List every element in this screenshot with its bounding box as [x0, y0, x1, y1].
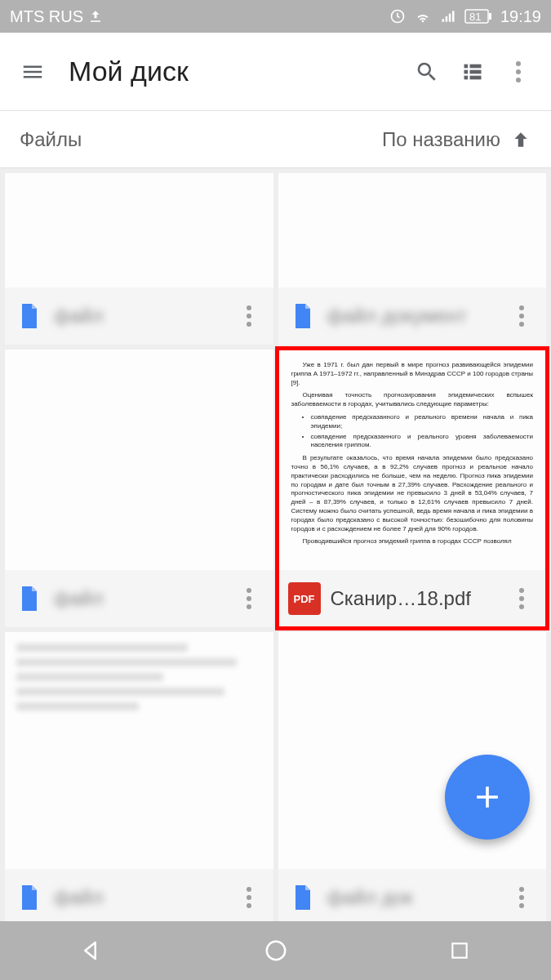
signal-icon	[440, 8, 456, 24]
file-card-pdf[interactable]: Уже в 1971 г. был дан первый в мире прог…	[278, 350, 547, 627]
svg-rect-10	[470, 69, 482, 74]
status-bar: MTS RUS 81 19:19	[0, 0, 551, 33]
sort-mode-label: По названию	[382, 128, 500, 151]
overflow-button[interactable]	[495, 49, 541, 95]
file-more-button[interactable]	[507, 584, 536, 613]
svg-rect-12	[470, 75, 482, 79]
svg-point-13	[266, 942, 285, 960]
file-name: файл	[54, 587, 234, 610]
section-label: Файлы	[20, 128, 382, 151]
app-bar: Мой диск	[0, 33, 551, 111]
file-name: Сканир…18.pdf	[331, 587, 508, 610]
svg-rect-3	[449, 14, 451, 22]
svg-rect-14	[452, 943, 466, 957]
pdf-preview-text: Уже в 1971 г. был дан первый в мире прог…	[278, 350, 547, 562]
clock-label: 19:19	[500, 7, 541, 26]
file-more-button[interactable]	[507, 883, 536, 912]
file-name: файл	[54, 305, 234, 327]
pdf-icon: PDF	[288, 582, 321, 615]
svg-rect-9	[464, 69, 469, 74]
menu-button[interactable]	[10, 49, 56, 95]
file-more-button[interactable]	[507, 301, 536, 331]
svg-rect-7	[464, 64, 469, 68]
sort-button[interactable]: По названию	[382, 128, 531, 151]
nav-bar	[0, 921, 551, 980]
sync-icon	[389, 8, 406, 24]
battery-icon: 81	[464, 9, 492, 24]
file-card[interactable]: файл документ	[278, 173, 547, 345]
carrier-label: MTS RUS	[10, 7, 83, 26]
svg-rect-2	[446, 16, 448, 22]
svg-rect-1	[442, 19, 444, 21]
svg-rect-4	[452, 11, 455, 21]
search-button[interactable]	[404, 49, 450, 95]
document-icon	[15, 581, 44, 617]
arrow-up-icon	[510, 129, 531, 150]
file-card[interactable]: файл	[5, 350, 273, 627]
plus-icon	[469, 779, 505, 815]
document-icon	[15, 880, 44, 915]
fab-add-button[interactable]	[445, 755, 530, 840]
file-more-button[interactable]	[234, 584, 264, 613]
svg-rect-11	[464, 75, 469, 79]
file-name: файл документ	[327, 305, 508, 327]
svg-rect-8	[470, 64, 482, 68]
document-icon	[288, 880, 318, 915]
file-card[interactable]: файл	[5, 173, 273, 345]
sort-bar: Файлы По названию	[0, 111, 551, 168]
file-name: файл док	[327, 886, 508, 909]
page-title: Мой диск	[69, 56, 404, 87]
nav-home-button[interactable]	[235, 926, 317, 975]
file-more-button[interactable]	[234, 301, 264, 331]
file-more-button[interactable]	[234, 883, 264, 912]
svg-rect-6	[489, 13, 491, 20]
document-icon	[15, 298, 44, 334]
upload-icon	[88, 9, 103, 24]
file-card[interactable]: файл	[5, 632, 273, 921]
wifi-icon	[414, 7, 432, 25]
file-name: файл	[54, 886, 234, 909]
view-toggle-button[interactable]	[450, 49, 495, 95]
nav-back-button[interactable]	[51, 926, 133, 975]
document-icon	[288, 298, 318, 334]
nav-recent-button[interactable]	[419, 926, 500, 975]
